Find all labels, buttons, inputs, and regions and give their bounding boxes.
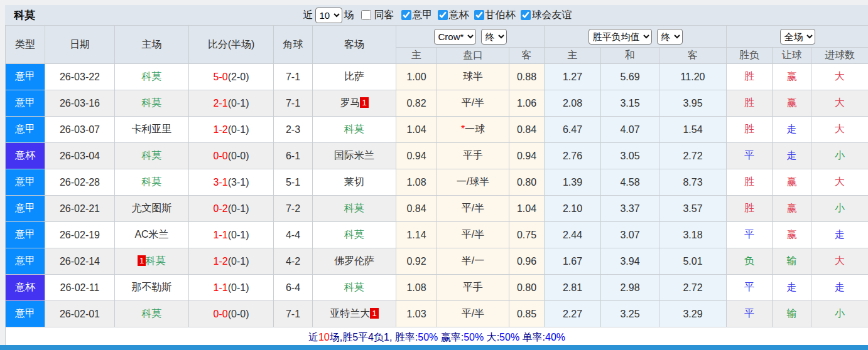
team-name: 科莫 [344, 282, 364, 292]
handicap-star: * [461, 124, 465, 134]
team-name: 科莫 [146, 255, 166, 266]
bookmaker-select[interactable]: Crow* [434, 29, 476, 45]
page-title: 科莫 [14, 8, 35, 23]
avg-type-select[interactable]: 胜平负均值 [589, 29, 652, 45]
col-avg-lose: 客 [659, 48, 727, 64]
home-team: AC米兰 [115, 222, 189, 248]
avg-time-select[interactable]: 终 [657, 29, 683, 45]
match-row: 意杯26-03-04科莫0-0(0-0)6-1国际米兰0.94平手0.942.7… [6, 143, 868, 169]
away-team: 亚特兰大1 [313, 301, 396, 327]
result-handicap: 赢 [773, 222, 811, 248]
corner-score: 2-3 [274, 117, 313, 143]
score-cell: 1-2(0-1) [189, 248, 274, 275]
league-checkbox[interactable] [438, 10, 448, 20]
avg-win: 2.27 [545, 301, 601, 327]
team-name: 罗马 [340, 97, 360, 108]
corner-score: 7-1 [274, 90, 313, 117]
col-odds-away: 客 [509, 48, 545, 64]
odds-home: 0.92 [396, 248, 437, 275]
match-row: 意甲26-02-141科莫1-2(0-1)4-2佛罗伦萨0.92半/一0.961… [6, 248, 868, 275]
avg-win: 1.67 [545, 248, 601, 275]
league-checkbox[interactable] [521, 10, 531, 20]
avg-draw: 4.07 [601, 117, 659, 143]
avg-draw: 3.15 [601, 90, 659, 117]
avg-win: 1.39 [545, 169, 601, 196]
league-badge: 意杯 [6, 143, 45, 169]
summary-segment: 大: [484, 332, 499, 342]
avg-group-header: 胜平负均值 终 [545, 26, 727, 48]
home-team: 科莫 [115, 143, 189, 169]
odds-home: 1.00 [396, 64, 437, 90]
league-badge: 意甲 [6, 196, 45, 222]
col-away: 客场 [313, 26, 396, 64]
avg-lose: 3.95 [659, 90, 727, 117]
avg-win: 2.44 [545, 222, 601, 248]
avg-win: 2.08 [545, 90, 601, 117]
avg-lose: 2.72 [659, 275, 727, 301]
match-date: 26-02-21 [45, 196, 115, 222]
summary-segment: 近 [308, 332, 318, 342]
bottom-accent-bar [0, 345, 868, 350]
avg-win: 6.47 [545, 117, 601, 143]
score-cell: 5-0(2-0) [189, 64, 274, 90]
away-team: 科莫 [313, 196, 396, 222]
away-team: 佛罗伦萨 [313, 248, 396, 275]
avg-lose: 11.20 [659, 64, 727, 90]
team-name: 那不勒斯 [132, 282, 172, 292]
league-badge: 意甲 [6, 169, 45, 196]
avg-lose: 3.18 [659, 222, 727, 248]
odds-away: 0.88 [509, 64, 545, 90]
rank-badge: 1 [138, 255, 146, 266]
result-handicap: 赢 [773, 64, 811, 90]
team-name: 尤文图斯 [132, 203, 172, 213]
league-checkbox-label: 甘伯杯 [486, 9, 516, 20]
summary-segment: 50% [464, 332, 484, 342]
odds-time-select[interactable]: 终 [481, 29, 507, 45]
recent-count-select[interactable]: 10 [315, 8, 342, 23]
avg-draw: 3.25 [601, 301, 659, 327]
avg-draw: 3.37 [601, 196, 659, 222]
team-name: 比萨 [344, 71, 364, 82]
match-date: 26-02-19 [45, 222, 115, 248]
match-table-body: 意甲26-03-22科莫5-0(2-0)7-1比萨1.00球半0.881.275… [6, 64, 868, 327]
corner-score: 6-4 [274, 275, 313, 301]
period-select[interactable]: 全场 [780, 29, 815, 45]
col-odds-home: 主 [396, 48, 437, 64]
match-date: 26-02-28 [45, 169, 115, 196]
avg-lose: 2.72 [659, 143, 727, 169]
league-badge: 意甲 [6, 301, 45, 327]
match-date: 26-03-22 [45, 64, 115, 90]
league-checkbox-label: 意杯 [449, 9, 469, 20]
league-badge: 意杯 [6, 275, 45, 301]
handicap: 球半 [437, 64, 509, 90]
avg-win: 2.81 [545, 275, 601, 301]
league-checkbox[interactable] [401, 10, 411, 20]
result-handicap: 输 [773, 248, 811, 275]
match-date: 26-03-16 [45, 90, 115, 117]
summary-segment: 40% [545, 332, 565, 342]
corner-score: 4-2 [274, 248, 313, 275]
league-checkbox[interactable] [474, 10, 484, 20]
col-type: 类型 [6, 26, 45, 64]
home-team: 1科莫 [115, 248, 189, 275]
match-row: 意甲26-03-07卡利亚里1-2(0-1)2-3科莫1.04*一球0.846.… [6, 117, 868, 143]
score-cell: 1-1(0-1) [189, 222, 274, 248]
result-goals: 小 [811, 301, 868, 327]
handicap: 平手 [437, 275, 509, 301]
match-row: 意甲26-02-19AC米兰1-1(0-1)4-4科莫1.14平/半0.752.… [6, 222, 868, 248]
rank-badge: 1 [370, 308, 378, 319]
result-wdl: 平 [727, 222, 773, 248]
score-cell: 3-1(3-1) [189, 169, 274, 196]
match-date: 26-02-11 [45, 275, 115, 301]
corner-score: 7-1 [274, 301, 313, 327]
same-away-checkbox[interactable] [361, 10, 371, 20]
away-team: 科莫 [313, 275, 396, 301]
team-name: 科莫 [142, 97, 162, 108]
result-wdl: 胜 [727, 64, 773, 90]
handicap: 平/半 [437, 90, 509, 117]
result-wdl: 平 [727, 143, 773, 169]
result-goals: 大 [811, 90, 868, 117]
match-date: 26-03-07 [45, 117, 115, 143]
avg-lose: 3.29 [659, 301, 727, 327]
odds-away: 0.94 [509, 143, 545, 169]
